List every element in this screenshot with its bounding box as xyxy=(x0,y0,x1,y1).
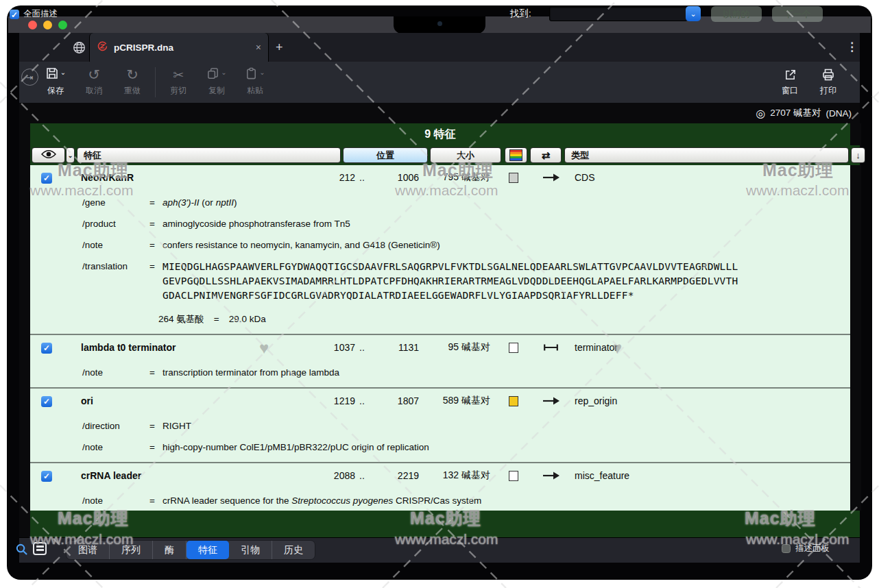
feature-position: 1219..1807 xyxy=(307,395,419,406)
feature-position: 2088..2219 xyxy=(307,470,419,481)
redo-icon: ↻ xyxy=(113,66,152,84)
amino-acid-summary: 264 氨基酸=29.0 kDa xyxy=(30,313,850,326)
paste-icon xyxy=(245,67,258,83)
qualifier-row: /note=transcription terminator from phag… xyxy=(30,366,850,379)
minimize-window-button[interactable] xyxy=(43,21,52,29)
print-button[interactable]: 打印 xyxy=(809,66,847,97)
tab-close-icon[interactable]: × xyxy=(256,42,261,53)
document-tab[interactable]: pCRISPR.dna × xyxy=(89,33,269,62)
save-button[interactable]: ⌄ 保存 xyxy=(36,66,75,97)
column-position-button[interactable]: 位置 xyxy=(343,147,428,163)
qualifier-row: /note=high-copy-number ColE1/pMB1/pBR322… xyxy=(30,441,850,454)
external-window-icon xyxy=(771,66,809,84)
table-row[interactable]: lambda t0 terminator 1037..1131 95 碱基对 t… xyxy=(30,335,850,389)
swap-arrows-icon: ⇄ xyxy=(542,149,551,162)
new-tab-button[interactable]: + xyxy=(276,41,283,53)
close-window-button[interactable] xyxy=(28,21,37,29)
column-direction-button[interactable]: ⇄ xyxy=(530,147,562,163)
window-button[interactable]: 窗口 xyxy=(771,66,809,97)
cut-button[interactable]: ✂ 剪切 xyxy=(159,66,197,97)
table-row[interactable]: ori 1219..1807 589 碱基对 rep_origin /direc… xyxy=(30,389,850,463)
tab-sequence[interactable]: 序列 xyxy=(110,541,153,559)
eye-icon xyxy=(41,149,56,161)
feature-color-swatch xyxy=(509,471,518,481)
visibility-dropdown-button[interactable]: ⌄ xyxy=(66,147,75,163)
qualifier-row: /note=confers resistance to neomycin, ka… xyxy=(30,238,850,252)
feature-position: 1037..1131 xyxy=(307,342,419,353)
feature-type: terminator xyxy=(570,342,850,353)
feature-color-swatch xyxy=(509,173,518,183)
column-feature-button[interactable]: 特征 xyxy=(77,147,341,163)
table-row[interactable]: NeoR/KanR 212..1006 795 碱基对 CDS /gene=ap… xyxy=(30,165,850,335)
rainbow-icon xyxy=(509,149,522,161)
feature-color-swatch xyxy=(509,343,518,353)
find-input[interactable] xyxy=(549,6,688,21)
feature-size: 795 碱基对 xyxy=(419,171,494,184)
copy-icon xyxy=(206,67,219,83)
left-rail xyxy=(19,123,30,537)
feature-position: 212..1006 xyxy=(307,172,419,183)
describe-panel-label: 描述面板 xyxy=(795,543,830,554)
save-dropdown-caret[interactable]: ⌄ xyxy=(60,69,66,76)
feature-size: 589 碱基对 xyxy=(419,395,494,407)
toolbar-divider xyxy=(155,67,156,97)
feature-type: misc_feature xyxy=(570,470,850,481)
search-icon[interactable] xyxy=(15,543,28,559)
find-next-button[interactable]: 下一个 xyxy=(772,6,823,22)
feature-direction-icon xyxy=(532,173,570,182)
tab-enzymes[interactable]: 酶 xyxy=(153,541,186,559)
overflow-menu-icon[interactable]: ⋮ xyxy=(846,40,858,54)
feature-color-swatch xyxy=(509,396,518,406)
zoom-window-button[interactable] xyxy=(58,21,67,29)
describe-all-checkbox[interactable] xyxy=(10,10,19,19)
qualifier-row: /gene=aph(3')-II (or nptII) xyxy=(30,196,850,209)
feature-size: 132 碱基对 xyxy=(419,469,494,482)
sort-direction-button[interactable]: ↓ xyxy=(851,147,865,163)
copy-dropdown-caret[interactable]: ⌄ xyxy=(221,69,226,76)
redo-button[interactable]: ↻ 重做 xyxy=(113,66,152,97)
tab-title: pCRISPR.dna xyxy=(114,42,250,53)
feature-name: NeoR/KanR xyxy=(81,172,307,183)
undo-button[interactable]: ↺ 取消 xyxy=(75,66,113,97)
features-count-title: 9 特征 xyxy=(424,127,455,142)
feature-checkbox[interactable] xyxy=(41,173,52,184)
down-arrow-icon: ↓ xyxy=(856,150,860,160)
table-row[interactable]: crRNA leader 2088..2219 132 碱基对 misc_fea… xyxy=(30,463,850,511)
save-icon xyxy=(45,66,59,83)
column-size-button[interactable]: 大小 xyxy=(430,147,501,163)
sequence-status-strip: ◎ 2707 碱基对 (DNA) xyxy=(19,103,860,123)
features-title-bar: 9 特征 xyxy=(30,123,850,145)
globe-icon[interactable] xyxy=(73,41,86,57)
feature-checkbox[interactable] xyxy=(41,396,52,407)
paste-dropdown-caret[interactable]: ⌄ xyxy=(259,69,265,76)
tab-history[interactable]: 历史 xyxy=(272,541,315,559)
list-view-icon[interactable] xyxy=(33,542,47,555)
column-color-button[interactable] xyxy=(505,147,527,163)
find-dropdown-button[interactable]: ⌄ xyxy=(686,6,701,21)
feature-name: crRNA leader xyxy=(81,470,307,481)
right-rail xyxy=(850,123,861,511)
qualifier-row: /product=aminoglycoside phosphotransfera… xyxy=(30,217,850,230)
feature-direction-icon xyxy=(532,343,570,352)
app-logo-icon xyxy=(97,40,108,55)
feature-type: rep_origin xyxy=(570,395,850,406)
qualifier-row: /translation=MIEQDGLHAGSPAAWVERLFGYDWAQQ… xyxy=(30,260,850,303)
sequence-length: 2707 碱基对 xyxy=(770,107,821,119)
tab-features[interactable]: 特征 xyxy=(186,541,229,559)
feature-checkbox[interactable] xyxy=(41,343,52,354)
topology-icon: ◎ xyxy=(756,107,765,120)
find-previous-button[interactable]: 以前的 xyxy=(711,6,762,22)
undo-icon: ↺ xyxy=(75,66,113,84)
find-label: 找到: xyxy=(510,8,531,20)
tab-primers[interactable]: 引物 xyxy=(229,541,272,559)
paste-button[interactable]: ⌄ 粘贴 xyxy=(236,66,274,97)
qualifier-row: /note=crRNA leader sequence for the Stre… xyxy=(30,494,850,507)
features-table: NeoR/KanR 212..1006 795 碱基对 CDS /gene=ap… xyxy=(30,165,850,511)
describe-panel-checkbox[interactable] xyxy=(782,544,791,553)
feature-checkbox[interactable] xyxy=(41,471,52,482)
visibility-button[interactable] xyxy=(32,147,65,163)
column-type-button[interactable]: 类型 xyxy=(564,147,849,163)
tab-map[interactable]: 图谱 xyxy=(67,541,110,559)
feature-direction-icon xyxy=(532,471,570,480)
copy-button[interactable]: ⌄ 复制 xyxy=(197,66,236,97)
